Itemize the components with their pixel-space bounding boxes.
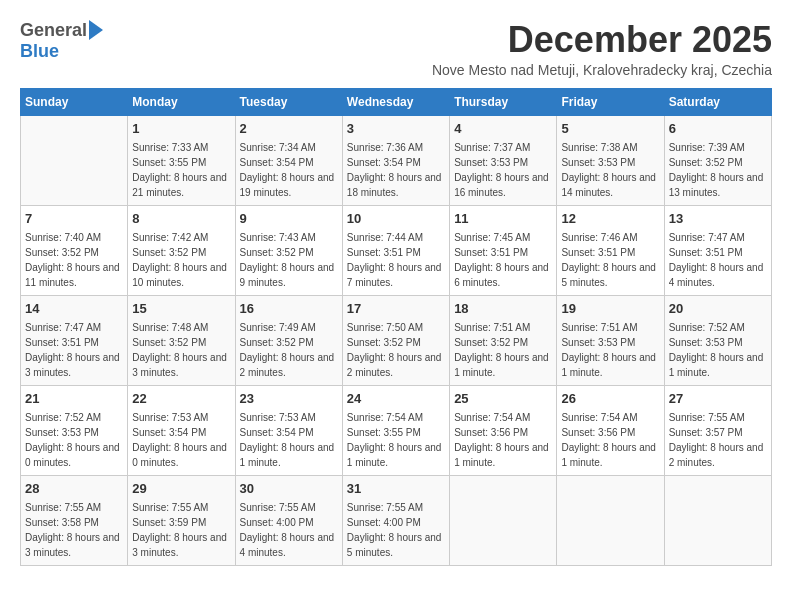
- calendar-cell: 25Sunrise: 7:54 AMSunset: 3:56 PMDayligh…: [450, 385, 557, 475]
- day-info: Sunrise: 7:47 AMSunset: 3:51 PMDaylight:…: [669, 230, 767, 290]
- calendar-cell: 19Sunrise: 7:51 AMSunset: 3:53 PMDayligh…: [557, 295, 664, 385]
- calendar-cell: 9Sunrise: 7:43 AMSunset: 3:52 PMDaylight…: [235, 205, 342, 295]
- day-info: Sunrise: 7:54 AMSunset: 3:56 PMDaylight:…: [454, 410, 552, 470]
- calendar-cell: [664, 475, 771, 565]
- calendar-cell: 1Sunrise: 7:33 AMSunset: 3:55 PMDaylight…: [128, 115, 235, 205]
- day-number: 16: [240, 300, 338, 318]
- location-subtitle: Nove Mesto nad Metuji, Kralovehradecky k…: [432, 62, 772, 78]
- calendar-cell: 26Sunrise: 7:54 AMSunset: 3:56 PMDayligh…: [557, 385, 664, 475]
- day-info: Sunrise: 7:45 AMSunset: 3:51 PMDaylight:…: [454, 230, 552, 290]
- logo-general-text: General: [20, 20, 87, 41]
- day-number: 26: [561, 390, 659, 408]
- day-number: 19: [561, 300, 659, 318]
- day-number: 7: [25, 210, 123, 228]
- day-number: 9: [240, 210, 338, 228]
- day-info: Sunrise: 7:55 AMSunset: 3:57 PMDaylight:…: [669, 410, 767, 470]
- day-number: 29: [132, 480, 230, 498]
- calendar-cell: 10Sunrise: 7:44 AMSunset: 3:51 PMDayligh…: [342, 205, 449, 295]
- day-number: 8: [132, 210, 230, 228]
- title-block: December 2025 Nove Mesto nad Metuji, Kra…: [432, 20, 772, 78]
- page-header: General Blue December 2025 Nove Mesto na…: [20, 20, 772, 78]
- day-number: 25: [454, 390, 552, 408]
- day-number: 12: [561, 210, 659, 228]
- day-number: 15: [132, 300, 230, 318]
- day-of-week-header: Wednesday: [342, 88, 449, 115]
- calendar-cell: 11Sunrise: 7:45 AMSunset: 3:51 PMDayligh…: [450, 205, 557, 295]
- day-of-week-header: Sunday: [21, 88, 128, 115]
- day-info: Sunrise: 7:50 AMSunset: 3:52 PMDaylight:…: [347, 320, 445, 380]
- day-info: Sunrise: 7:39 AMSunset: 3:52 PMDaylight:…: [669, 140, 767, 200]
- calendar-cell: 15Sunrise: 7:48 AMSunset: 3:52 PMDayligh…: [128, 295, 235, 385]
- calendar-cell: 28Sunrise: 7:55 AMSunset: 3:58 PMDayligh…: [21, 475, 128, 565]
- day-of-week-header: Monday: [128, 88, 235, 115]
- calendar-cell: 22Sunrise: 7:53 AMSunset: 3:54 PMDayligh…: [128, 385, 235, 475]
- day-number: 28: [25, 480, 123, 498]
- calendar-cell: 24Sunrise: 7:54 AMSunset: 3:55 PMDayligh…: [342, 385, 449, 475]
- day-number: 17: [347, 300, 445, 318]
- calendar-cell: 3Sunrise: 7:36 AMSunset: 3:54 PMDaylight…: [342, 115, 449, 205]
- calendar-cell: 6Sunrise: 7:39 AMSunset: 3:52 PMDaylight…: [664, 115, 771, 205]
- day-number: 27: [669, 390, 767, 408]
- day-number: 11: [454, 210, 552, 228]
- day-number: 1: [132, 120, 230, 138]
- day-number: 23: [240, 390, 338, 408]
- month-title: December 2025: [432, 20, 772, 60]
- calendar-cell: 14Sunrise: 7:47 AMSunset: 3:51 PMDayligh…: [21, 295, 128, 385]
- day-info: Sunrise: 7:49 AMSunset: 3:52 PMDaylight:…: [240, 320, 338, 380]
- day-info: Sunrise: 7:40 AMSunset: 3:52 PMDaylight:…: [25, 230, 123, 290]
- day-info: Sunrise: 7:44 AMSunset: 3:51 PMDaylight:…: [347, 230, 445, 290]
- calendar-cell: 23Sunrise: 7:53 AMSunset: 3:54 PMDayligh…: [235, 385, 342, 475]
- calendar-cell: 21Sunrise: 7:52 AMSunset: 3:53 PMDayligh…: [21, 385, 128, 475]
- day-number: 30: [240, 480, 338, 498]
- day-number: 24: [347, 390, 445, 408]
- day-number: 10: [347, 210, 445, 228]
- day-info: Sunrise: 7:54 AMSunset: 3:55 PMDaylight:…: [347, 410, 445, 470]
- day-info: Sunrise: 7:52 AMSunset: 3:53 PMDaylight:…: [669, 320, 767, 380]
- day-info: Sunrise: 7:51 AMSunset: 3:53 PMDaylight:…: [561, 320, 659, 380]
- day-info: Sunrise: 7:36 AMSunset: 3:54 PMDaylight:…: [347, 140, 445, 200]
- day-info: Sunrise: 7:42 AMSunset: 3:52 PMDaylight:…: [132, 230, 230, 290]
- day-info: Sunrise: 7:51 AMSunset: 3:52 PMDaylight:…: [454, 320, 552, 380]
- calendar-cell: 29Sunrise: 7:55 AMSunset: 3:59 PMDayligh…: [128, 475, 235, 565]
- day-info: Sunrise: 7:55 AMSunset: 4:00 PMDaylight:…: [240, 500, 338, 560]
- logo-blue-text: Blue: [20, 41, 59, 62]
- calendar-cell: [557, 475, 664, 565]
- day-number: 3: [347, 120, 445, 138]
- day-info: Sunrise: 7:55 AMSunset: 3:59 PMDaylight:…: [132, 500, 230, 560]
- logo: General Blue: [20, 20, 103, 62]
- day-of-week-header: Saturday: [664, 88, 771, 115]
- calendar-cell: 5Sunrise: 7:38 AMSunset: 3:53 PMDaylight…: [557, 115, 664, 205]
- day-number: 13: [669, 210, 767, 228]
- logo-arrow-icon: [89, 20, 103, 40]
- day-number: 5: [561, 120, 659, 138]
- day-info: Sunrise: 7:43 AMSunset: 3:52 PMDaylight:…: [240, 230, 338, 290]
- day-info: Sunrise: 7:34 AMSunset: 3:54 PMDaylight:…: [240, 140, 338, 200]
- calendar-cell: 7Sunrise: 7:40 AMSunset: 3:52 PMDaylight…: [21, 205, 128, 295]
- day-number: 31: [347, 480, 445, 498]
- day-info: Sunrise: 7:46 AMSunset: 3:51 PMDaylight:…: [561, 230, 659, 290]
- calendar-cell: 16Sunrise: 7:49 AMSunset: 3:52 PMDayligh…: [235, 295, 342, 385]
- calendar-cell: 30Sunrise: 7:55 AMSunset: 4:00 PMDayligh…: [235, 475, 342, 565]
- calendar-cell: [21, 115, 128, 205]
- calendar-table: SundayMondayTuesdayWednesdayThursdayFrid…: [20, 88, 772, 566]
- day-info: Sunrise: 7:55 AMSunset: 3:58 PMDaylight:…: [25, 500, 123, 560]
- day-number: 22: [132, 390, 230, 408]
- day-of-week-header: Tuesday: [235, 88, 342, 115]
- day-info: Sunrise: 7:33 AMSunset: 3:55 PMDaylight:…: [132, 140, 230, 200]
- day-info: Sunrise: 7:55 AMSunset: 4:00 PMDaylight:…: [347, 500, 445, 560]
- day-number: 20: [669, 300, 767, 318]
- day-info: Sunrise: 7:48 AMSunset: 3:52 PMDaylight:…: [132, 320, 230, 380]
- calendar-cell: [450, 475, 557, 565]
- day-number: 2: [240, 120, 338, 138]
- calendar-cell: 4Sunrise: 7:37 AMSunset: 3:53 PMDaylight…: [450, 115, 557, 205]
- calendar-cell: 17Sunrise: 7:50 AMSunset: 3:52 PMDayligh…: [342, 295, 449, 385]
- calendar-cell: 2Sunrise: 7:34 AMSunset: 3:54 PMDaylight…: [235, 115, 342, 205]
- day-number: 4: [454, 120, 552, 138]
- day-info: Sunrise: 7:47 AMSunset: 3:51 PMDaylight:…: [25, 320, 123, 380]
- calendar-cell: 20Sunrise: 7:52 AMSunset: 3:53 PMDayligh…: [664, 295, 771, 385]
- day-info: Sunrise: 7:52 AMSunset: 3:53 PMDaylight:…: [25, 410, 123, 470]
- day-of-week-header: Thursday: [450, 88, 557, 115]
- day-info: Sunrise: 7:38 AMSunset: 3:53 PMDaylight:…: [561, 140, 659, 200]
- calendar-cell: 18Sunrise: 7:51 AMSunset: 3:52 PMDayligh…: [450, 295, 557, 385]
- day-info: Sunrise: 7:53 AMSunset: 3:54 PMDaylight:…: [132, 410, 230, 470]
